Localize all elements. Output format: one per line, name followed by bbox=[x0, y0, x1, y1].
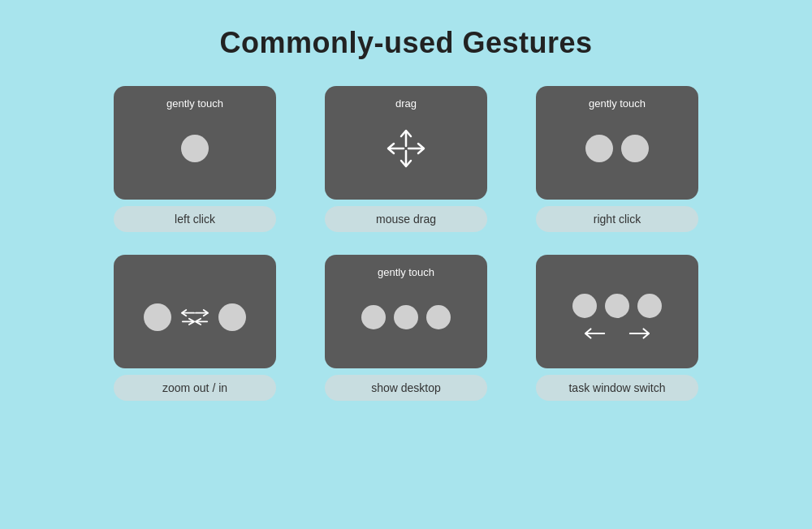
tag-mouse-drag: mouse drag bbox=[325, 206, 487, 232]
dot-task-3 bbox=[637, 294, 662, 318]
card-visual-mouse-drag bbox=[383, 126, 429, 171]
gesture-mouse-drag: drag bbox=[325, 86, 487, 232]
task-arrows bbox=[585, 326, 650, 341]
task-right-arrow-icon bbox=[628, 326, 650, 341]
dot-task-2 bbox=[605, 294, 629, 318]
gesture-left-click: gently touch left click bbox=[114, 86, 276, 232]
tag-left-click: left click bbox=[114, 206, 276, 232]
gesture-zoom: zoom out / in bbox=[114, 255, 276, 401]
card-label-right-click: gently touch bbox=[536, 97, 698, 110]
tag-right-click: right click bbox=[536, 206, 698, 232]
card-visual-right-click bbox=[585, 135, 649, 162]
gesture-show-desktop: gently touch show desktop bbox=[325, 255, 487, 401]
dot-task-1 bbox=[572, 294, 597, 318]
gesture-card-task-switch bbox=[536, 255, 698, 368]
dot-show-desktop-1 bbox=[361, 305, 386, 329]
dot-zoom-right bbox=[218, 303, 246, 331]
zoom-arrows-icon bbox=[181, 308, 209, 327]
dot-show-desktop-2 bbox=[394, 305, 418, 329]
card-label-show-desktop: gently touch bbox=[325, 266, 487, 278]
gesture-card-right-click: gently touch bbox=[536, 86, 698, 200]
task-left-arrow-icon bbox=[585, 326, 606, 341]
card-label-mouse-drag: drag bbox=[325, 97, 487, 110]
drag-arrows-icon bbox=[383, 126, 429, 171]
tag-task-switch: task window switch bbox=[536, 375, 698, 401]
tag-zoom: zoom out / in bbox=[114, 375, 276, 401]
dot-right-click-2 bbox=[621, 135, 649, 162]
card-visual-show-desktop bbox=[361, 305, 451, 329]
task-dots bbox=[572, 294, 662, 318]
gesture-card-show-desktop: gently touch bbox=[325, 255, 487, 368]
page-title: Commonly-used Gestures bbox=[219, 26, 592, 60]
dot-left-click bbox=[181, 135, 209, 162]
gesture-right-click: gently touch right click bbox=[536, 86, 698, 232]
gesture-card-mouse-drag: drag bbox=[325, 86, 487, 200]
dot-zoom-left bbox=[144, 303, 171, 331]
card-visual-left-click bbox=[181, 135, 209, 162]
card-visual-task-switch bbox=[572, 294, 662, 341]
gesture-card-zoom bbox=[114, 255, 276, 368]
card-label-left-click: gently touch bbox=[114, 97, 276, 110]
gesture-task-switch: task window switch bbox=[536, 255, 698, 401]
gesture-card-left-click: gently touch bbox=[114, 86, 276, 200]
tag-show-desktop: show desktop bbox=[325, 375, 487, 401]
gestures-grid: gently touch left click drag bbox=[114, 86, 698, 401]
dot-right-click-1 bbox=[585, 135, 613, 162]
card-visual-zoom bbox=[144, 303, 246, 331]
dot-show-desktop-3 bbox=[426, 305, 451, 329]
